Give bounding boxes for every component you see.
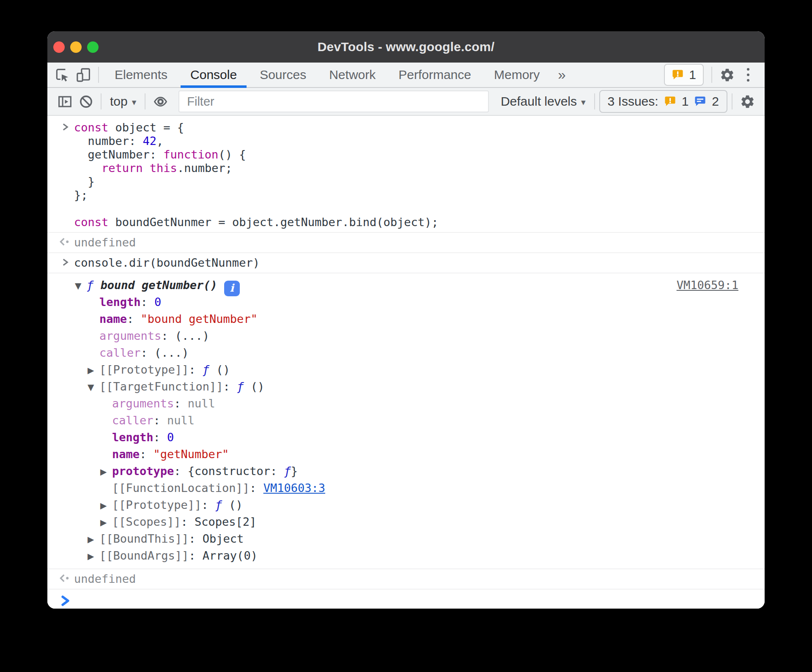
console-token: : <box>174 464 188 478</box>
disclosure-triangle-icon[interactable]: ▶ <box>100 514 112 531</box>
console-token: (...) <box>175 329 209 342</box>
disclosure-triangle-icon[interactable]: ▶ <box>88 531 99 548</box>
source-link[interactable]: VM10659:1 <box>677 279 738 292</box>
console-token: Array(0) <box>203 549 258 562</box>
console-token: return <box>102 161 143 175</box>
source-link[interactable]: VM10603:3 <box>263 481 325 494</box>
toggle-device-toolbar-button[interactable] <box>73 64 94 85</box>
console-message-result: undefined <box>47 568 765 589</box>
settings-button[interactable] <box>716 64 738 85</box>
issues-counter-button[interactable]: 3 Issues: 1 2 <box>599 90 727 113</box>
issues-info-count: 2 <box>712 94 719 109</box>
console-line: console.dir(boundGetNunmer) <box>74 256 739 270</box>
console-token: [[FunctionLocation]] <box>112 481 250 494</box>
console-token: () <box>216 363 230 376</box>
console-token: "bound getNumber" <box>141 312 258 325</box>
more-options-button[interactable] <box>738 64 759 85</box>
close-window-button[interactable] <box>53 41 65 53</box>
console-token: object = { <box>108 121 184 134</box>
console-token: () { <box>218 148 246 161</box>
eye-icon <box>153 94 168 109</box>
warning-bubble-icon <box>672 69 684 81</box>
console-messages: const object = { number: 42, getNumber: … <box>47 116 765 609</box>
clear-console-button[interactable] <box>75 91 96 112</box>
error-counter-button[interactable]: 1 <box>664 64 704 86</box>
info-icon[interactable]: i <box>224 281 240 296</box>
filter-input[interactable] <box>178 90 489 112</box>
message-gutter <box>57 257 74 268</box>
console-token: "getNumber" <box>154 448 229 461</box>
console-token <box>74 161 102 175</box>
console-token: () <box>251 380 265 393</box>
console-token: ƒ <box>284 464 291 478</box>
tree-row: name: "bound getNumber" <box>47 311 739 328</box>
console-token: name <box>99 312 127 325</box>
console-token: }; <box>74 188 88 202</box>
disclosure-triangle-icon[interactable]: ▶ <box>88 548 99 565</box>
tab-strip: ElementsConsoleSourcesNetworkPerformance… <box>103 63 551 87</box>
console-token: ƒ <box>87 279 101 292</box>
console-token: (...) <box>154 346 189 359</box>
disclosure-triangle-icon[interactable]: ▼ <box>88 379 99 396</box>
console-token: {constructor: <box>188 464 284 478</box>
console-token: [[Scopes]] <box>112 515 181 528</box>
tab-performance[interactable]: Performance <box>387 63 483 87</box>
console-token: function <box>163 148 218 161</box>
tab-elements[interactable]: Elements <box>103 63 179 87</box>
tree-row: ▶prototype: {constructor: ƒ} <box>47 463 739 480</box>
tab-network[interactable]: Network <box>318 63 387 87</box>
inspect-element-button[interactable] <box>52 64 73 85</box>
console-toolbar: top ▾ Default levels ▾ 3 Issues: 1 <box>47 88 765 116</box>
console-token: undefined <box>74 236 136 249</box>
console-line: }; <box>74 188 739 202</box>
console-token: const <box>74 121 108 134</box>
message-bubble-icon <box>694 96 706 108</box>
console-token: : <box>141 295 155 309</box>
console-token: : <box>189 549 203 562</box>
tree-row: arguments: null <box>47 395 739 412</box>
javascript-context-selector[interactable]: top ▾ <box>106 94 140 109</box>
context-label: top <box>110 94 128 109</box>
console-token: console.dir(boundGetNunmer) <box>74 256 260 269</box>
disclosure-triangle-icon[interactable]: ▶ <box>100 463 112 480</box>
devtools-window: DevTools - www.google.com/ ElementsConso… <box>47 31 765 609</box>
tab-memory[interactable]: Memory <box>483 63 551 87</box>
tree-row: ▶[[Prototype]]: ƒ () <box>47 361 739 378</box>
tab-console[interactable]: Console <box>179 63 248 87</box>
tree-row: name: "getNumber" <box>47 446 739 463</box>
console-token: : <box>201 498 215 511</box>
console-token: this <box>150 161 177 175</box>
console-message-prompt[interactable] <box>47 589 765 609</box>
console-token: ƒ <box>215 498 229 511</box>
console-token: : <box>189 532 203 545</box>
console-token: [[Prototype]] <box>99 363 189 376</box>
create-live-expression-button[interactable] <box>150 91 171 112</box>
console-settings-button[interactable] <box>737 91 758 112</box>
tree-row: ▶[[BoundArgs]]: Array(0) <box>47 547 739 564</box>
tab-sources[interactable]: Sources <box>248 63 318 87</box>
more-tabs-button[interactable]: » <box>551 67 572 83</box>
console-line: getNumber: function() { <box>74 148 739 161</box>
clear-circle-slash-icon <box>78 94 94 109</box>
message-gutter <box>57 122 74 132</box>
return-value-icon <box>58 573 72 583</box>
prompt-gutter <box>57 595 74 607</box>
disclosure-triangle-icon[interactable]: ▼ <box>75 277 87 294</box>
minimize-window-button[interactable] <box>70 41 82 53</box>
console-token: : <box>141 346 155 359</box>
console-token: } <box>291 464 298 478</box>
console-sidebar-toggle[interactable] <box>54 91 75 112</box>
log-levels-selector[interactable]: Default levels ▾ <box>497 94 590 109</box>
window-title: DevTools - www.google.com/ <box>318 40 495 54</box>
console-token: : <box>250 481 263 494</box>
tree-row: caller: (...) <box>47 344 739 361</box>
disclosure-triangle-icon[interactable]: ▶ <box>100 497 112 514</box>
divider <box>732 93 732 109</box>
gear-icon <box>719 67 735 83</box>
console-token: : <box>140 448 154 461</box>
devtools-tab-bar: ElementsConsoleSourcesNetworkPerformance… <box>47 63 765 88</box>
disclosure-triangle-icon[interactable]: ▶ <box>88 362 99 379</box>
zoom-window-button[interactable] <box>87 41 99 53</box>
console-message-input: console.dir(boundGetNunmer) <box>47 252 765 273</box>
prompt-chevron-icon <box>59 595 71 607</box>
